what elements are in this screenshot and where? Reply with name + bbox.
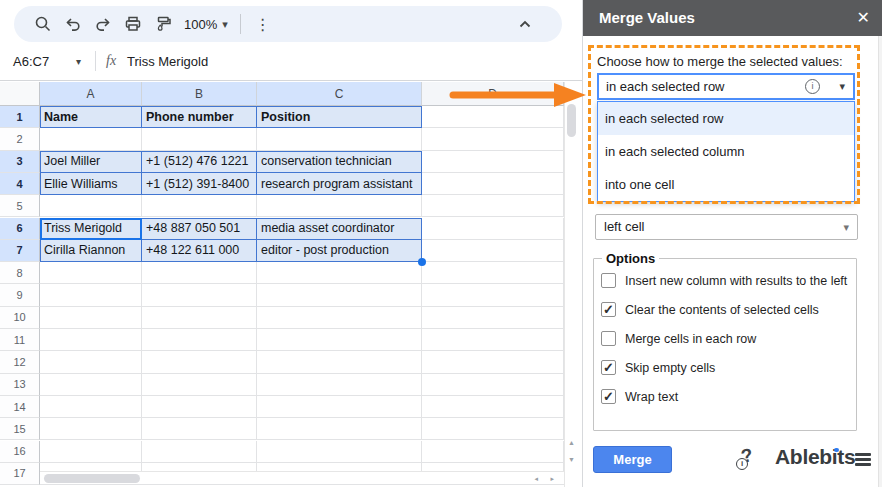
row-header-2[interactable]: 2 — [0, 128, 40, 150]
cell-B6[interactable]: +48 887 050 501 — [142, 218, 257, 240]
cell-D1[interactable] — [422, 106, 564, 128]
column-header-D[interactable]: D — [422, 82, 564, 106]
cell-A14[interactable] — [40, 396, 142, 418]
cell-D12[interactable] — [422, 351, 564, 373]
horizontal-scrollbar[interactable]: ◂ ▸ — [40, 471, 564, 484]
option-row-1[interactable]: Insert new column with results to the le… — [601, 266, 856, 295]
cell-D16[interactable] — [422, 441, 564, 463]
cell-A10[interactable] — [40, 307, 142, 329]
cell-C15[interactable] — [257, 418, 422, 440]
option-row-5[interactable]: ✓Wrap text — [601, 382, 856, 411]
cell-D13[interactable] — [422, 374, 564, 396]
cell-D8[interactable] — [422, 262, 564, 284]
cell-C13[interactable] — [257, 374, 422, 396]
cell-C9[interactable] — [257, 284, 422, 306]
cell-B10[interactable] — [142, 307, 257, 329]
cell-B2[interactable] — [142, 128, 257, 150]
collapse-toolbar-icon[interactable] — [516, 15, 534, 33]
cell-A6[interactable]: Triss Merigold — [40, 218, 142, 240]
cell-D5[interactable] — [422, 195, 564, 217]
vertical-scrollbar-thumb[interactable] — [567, 104, 576, 137]
checkbox-checked-icon[interactable]: ✓ — [601, 360, 616, 375]
cell-C4[interactable]: research program assistant — [257, 173, 422, 195]
row-header-6[interactable]: 6 — [0, 218, 40, 240]
cell-C8[interactable] — [257, 262, 422, 284]
scroll-up-icon[interactable]: ▲ — [568, 439, 575, 446]
cell-A4[interactable]: Ellie Williams — [40, 173, 142, 195]
cell-B11[interactable] — [142, 329, 257, 351]
cell-A5[interactable] — [40, 195, 142, 217]
merge-type-select[interactable]: in each selected row i ▾ — [597, 73, 855, 100]
cell-C6[interactable]: media asset coordinator — [257, 218, 422, 240]
column-header-A[interactable]: A — [40, 82, 142, 106]
cell-C11[interactable] — [257, 329, 422, 351]
cell-D3[interactable] — [422, 151, 564, 173]
row-header-15[interactable]: 15 — [0, 418, 40, 440]
zoom-control[interactable]: 100% ▾ — [184, 17, 228, 32]
cell-C5[interactable] — [257, 195, 422, 217]
cell-A3[interactable]: Joel Miller — [40, 151, 142, 173]
cell-A16[interactable] — [40, 441, 142, 463]
horizontal-scrollbar-thumb[interactable] — [44, 474, 140, 483]
column-header-C[interactable]: C — [257, 82, 422, 106]
formula-input[interactable]: Triss Merigold — [127, 54, 208, 69]
cell-C12[interactable] — [257, 351, 422, 373]
cell-C7[interactable]: editor - post production — [257, 240, 422, 262]
checkbox-checked-icon[interactable]: ✓ — [601, 389, 616, 404]
cell-B13[interactable] — [142, 374, 257, 396]
option-row-3[interactable]: Merge cells in each row — [601, 324, 856, 353]
cell-D6[interactable] — [422, 218, 564, 240]
cell-C3[interactable]: conservation technician — [257, 151, 422, 173]
cell-A13[interactable] — [40, 374, 142, 396]
cell-B15[interactable] — [142, 418, 257, 440]
undo-icon[interactable] — [64, 15, 82, 33]
cell-D4[interactable] — [422, 173, 564, 195]
cell-A9[interactable] — [40, 284, 142, 306]
checkbox-checked-icon[interactable]: ✓ — [601, 302, 616, 317]
option-row-2[interactable]: ✓Clear the contents of selected cells — [601, 295, 856, 324]
row-header-17[interactable]: 17 — [0, 463, 40, 485]
cell-B4[interactable]: +1 (512) 391-8400 — [142, 173, 257, 195]
cell-A2[interactable] — [40, 128, 142, 150]
scroll-left-icon[interactable]: ◂ — [534, 475, 538, 483]
cell-C16[interactable] — [257, 441, 422, 463]
cell-A11[interactable] — [40, 329, 142, 351]
name-box[interactable]: A6:C7 — [13, 54, 49, 69]
search-icon[interactable] — [34, 15, 52, 33]
redo-icon[interactable] — [94, 15, 112, 33]
row-header-9[interactable]: 9 — [0, 284, 40, 306]
place-results-select[interactable]: left cell ▾ — [595, 214, 858, 240]
cell-C10[interactable] — [257, 307, 422, 329]
row-header-8[interactable]: 8 — [0, 262, 40, 284]
cell-B14[interactable] — [142, 396, 257, 418]
cell-D2[interactable] — [422, 128, 564, 150]
cell-B9[interactable] — [142, 284, 257, 306]
help-icon[interactable]: ? i — [735, 447, 761, 471]
selection-handle[interactable] — [418, 258, 426, 266]
row-header-3[interactable]: 3 — [0, 151, 40, 173]
name-box-caret-icon[interactable]: ▾ — [76, 56, 81, 67]
checkbox-unchecked-icon[interactable] — [601, 273, 616, 288]
cell-B8[interactable] — [142, 262, 257, 284]
row-header-7[interactable]: 7 — [0, 240, 40, 262]
cell-D10[interactable] — [422, 307, 564, 329]
cell-B5[interactable] — [142, 195, 257, 217]
row-header-5[interactable]: 5 — [0, 195, 40, 217]
option-row-4[interactable]: ✓Skip empty cells — [601, 353, 856, 382]
row-header-16[interactable]: 16 — [0, 441, 40, 463]
row-header-13[interactable]: 13 — [0, 374, 40, 396]
dropdown-option-2[interactable]: in each selected column — [598, 135, 854, 168]
row-header-1[interactable]: 1 — [0, 106, 40, 128]
row-header-14[interactable]: 14 — [0, 396, 40, 418]
cell-D9[interactable] — [422, 284, 564, 306]
cell-A12[interactable] — [40, 351, 142, 373]
cell-B3[interactable]: +1 (512) 476 1221 — [142, 151, 257, 173]
cell-D15[interactable] — [422, 418, 564, 440]
info-icon[interactable]: i — [805, 79, 820, 94]
cell-D14[interactable] — [422, 396, 564, 418]
merge-button[interactable]: Merge — [593, 446, 672, 473]
column-header-B[interactable]: B — [142, 82, 257, 106]
more-options-icon[interactable]: ⋮ — [253, 15, 273, 34]
cell-D7[interactable] — [422, 240, 564, 262]
cell-A15[interactable] — [40, 418, 142, 440]
